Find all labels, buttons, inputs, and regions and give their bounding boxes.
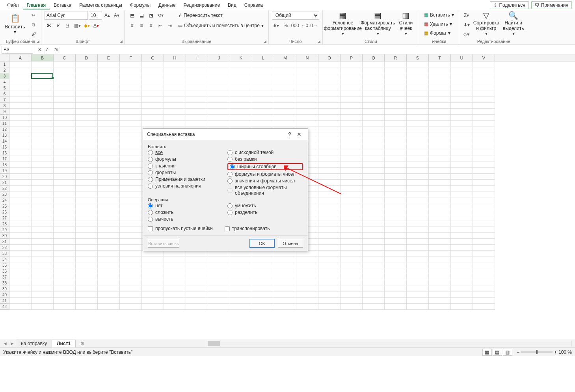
tab-formulas[interactable]: Формулы [126, 1, 154, 9]
col-header-M[interactable]: M [274, 54, 296, 61]
radio-theme[interactable]: с исходной темой [227, 150, 303, 155]
col-header-F[interactable]: F [120, 54, 142, 61]
checkbox-skip-blanks[interactable]: пропускать пустые ячейки [148, 226, 213, 231]
shrink-font-button[interactable]: A▾ [112, 11, 121, 20]
zoom-control[interactable]: − + 100 % [517, 349, 572, 355]
row-header-24[interactable]: 24 [0, 197, 9, 203]
radio-op-sub[interactable]: вычесть [148, 216, 223, 222]
row-header-1[interactable]: 1 [0, 61, 9, 67]
row-header-36[interactable]: 36 [0, 268, 9, 274]
comma-button[interactable]: 000 [291, 21, 300, 30]
font-color-button[interactable]: A▾ [92, 21, 100, 30]
fill-color-button[interactable]: ◆▾ [82, 21, 91, 30]
font-size-combo[interactable] [89, 11, 102, 20]
col-header-H[interactable]: H [164, 54, 186, 61]
formula-input[interactable] [58, 46, 575, 54]
row-header-23[interactable]: 23 [0, 191, 9, 197]
row-header-13[interactable]: 13 [0, 132, 9, 138]
col-header-O[interactable]: O [318, 54, 341, 61]
tab-help[interactable]: Справка [240, 1, 267, 9]
col-header-U[interactable]: U [451, 54, 473, 61]
row-header-31[interactable]: 31 [0, 239, 9, 245]
conditional-formatting-button[interactable]: ▦Условное форматирование▾ [326, 11, 360, 36]
col-header-A[interactable]: A [9, 54, 32, 61]
row-header-39[interactable]: 39 [0, 286, 9, 292]
increase-indent-button[interactable]: ⇥ [166, 21, 174, 30]
radio-op-mul[interactable]: умножить [227, 203, 303, 208]
active-cell[interactable] [31, 73, 53, 79]
comments-button[interactable]: 🗨Примечания [531, 1, 572, 9]
dec-decimal-button[interactable]: 0→ [310, 21, 318, 30]
format-cells-button[interactable]: ▦Формат▾ [422, 29, 452, 37]
radio-column-widths[interactable]: ширины столбцов [230, 164, 277, 169]
radio-all[interactable]: все [148, 150, 223, 155]
paste-button[interactable]: 📋 Вставить▾ [3, 11, 27, 36]
radio-values-numfmt[interactable]: значения и форматы чисел [227, 178, 303, 184]
row-header-21[interactable]: 21 [0, 180, 9, 186]
tab-layout[interactable]: Разметка страницы [75, 1, 126, 9]
col-header-B[interactable]: B [32, 54, 54, 61]
share-button[interactable]: ⇪Поделиться [490, 1, 528, 9]
select-all-corner[interactable] [0, 54, 9, 61]
radio-comments[interactable]: Примечания и заметки [148, 176, 223, 182]
insert-cells-button[interactable]: ▦Вставить▾ [422, 11, 456, 19]
cancel-edit-icon[interactable]: ✕ [38, 47, 42, 52]
row-header-16[interactable]: 16 [0, 150, 9, 156]
prev-sheet-button[interactable]: ◄ [2, 341, 9, 346]
row-header-18[interactable]: 18 [0, 162, 9, 168]
percent-button[interactable]: % [281, 21, 290, 30]
bold-button[interactable]: Ж [45, 21, 53, 30]
radio-formats[interactable]: форматы [148, 170, 223, 175]
dialog-launcher-icon[interactable]: ◢ [119, 39, 123, 44]
italic-button[interactable]: К [54, 21, 63, 30]
merge-center-button[interactable]: ▭Объединить и поместить в центре▾ [177, 21, 265, 30]
align-bottom-button[interactable]: ⬔ [147, 11, 155, 20]
format-as-table-button[interactable]: ▤Форматировать как таблицу▾ [362, 11, 394, 36]
dialog-titlebar[interactable]: Специальная вставка ? ✕ [143, 129, 308, 140]
sheet-tab-2[interactable]: Лист1 [52, 340, 76, 347]
zoom-slider[interactable] [521, 351, 553, 353]
align-left-button[interactable]: ≡ [128, 21, 136, 30]
radio-op-none[interactable]: нет [148, 203, 223, 208]
sheet-tab-1[interactable]: на отправку [16, 340, 52, 347]
row-header-20[interactable]: 20 [0, 174, 9, 180]
row-header-10[interactable]: 10 [0, 115, 9, 121]
name-box[interactable] [2, 46, 33, 54]
row-headers[interactable]: 1234567891011121314151617181920212223242… [0, 61, 9, 310]
ok-button[interactable]: OK [249, 239, 275, 248]
row-header-40[interactable]: 40 [0, 292, 9, 298]
fill-button[interactable]: ⬇▾ [462, 20, 471, 29]
clear-button[interactable]: ◇▾ [462, 30, 471, 39]
row-header-14[interactable]: 14 [0, 138, 9, 144]
orientation-button[interactable]: ⟲▾ [156, 11, 165, 20]
inc-decimal-button[interactable]: ←0 [300, 21, 309, 30]
dialog-launcher-icon[interactable]: ◢ [317, 39, 322, 44]
add-sheet-button[interactable]: ⊕ [78, 341, 86, 346]
cancel-button[interactable]: Отмена [278, 239, 303, 248]
dialog-launcher-icon[interactable]: ◢ [35, 39, 40, 44]
format-painter-button[interactable]: 🖌 [29, 30, 38, 39]
delete-cells-button[interactable]: ▦Удалить▾ [422, 20, 454, 28]
dialog-launcher-icon[interactable]: ◢ [263, 39, 268, 44]
radio-op-add[interactable]: сложить [148, 210, 223, 215]
col-header-Q[interactable]: Q [363, 54, 385, 61]
row-header-29[interactable]: 29 [0, 227, 9, 233]
col-header-L[interactable]: L [252, 54, 274, 61]
radio-formulas[interactable]: формулы [148, 156, 223, 162]
row-header-6[interactable]: 6 [0, 91, 9, 97]
row-header-2[interactable]: 2 [0, 67, 9, 73]
row-header-19[interactable]: 19 [0, 168, 9, 174]
page-break-view-button[interactable]: ▥ [503, 349, 512, 356]
grow-font-button[interactable]: A▴ [103, 11, 112, 20]
align-top-button[interactable]: ⬒ [128, 11, 136, 20]
row-header-22[interactable]: 22 [0, 186, 9, 191]
tab-data[interactable]: Данные [154, 1, 179, 9]
row-header-32[interactable]: 32 [0, 245, 9, 251]
underline-button[interactable]: Ч [63, 21, 72, 30]
wrap-text-button[interactable]: ↲Переносить текст [177, 11, 265, 20]
autosum-button[interactable]: Σ▾ [462, 11, 471, 20]
copy-button[interactable]: ⧉ [29, 20, 38, 29]
col-header-C[interactable]: C [54, 54, 76, 61]
row-header-34[interactable]: 34 [0, 256, 9, 262]
row-header-35[interactable]: 35 [0, 262, 9, 268]
